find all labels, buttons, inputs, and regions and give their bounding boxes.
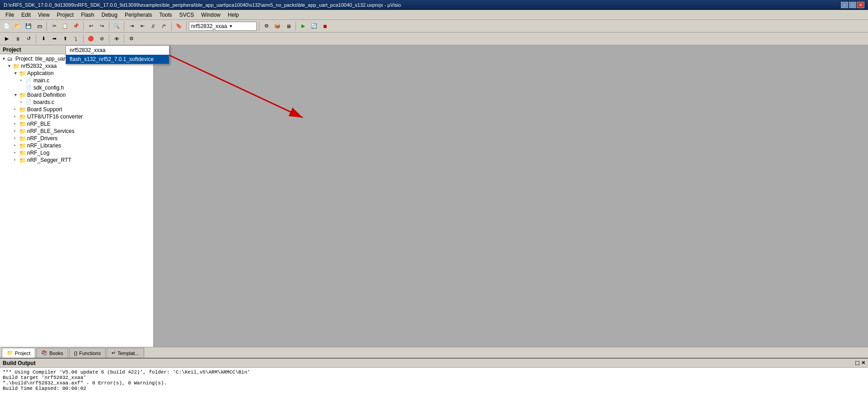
tb-save[interactable]: 💾 (23, 21, 33, 31)
tb-sep6 (186, 22, 187, 31)
tree-main-c[interactable]: + 📄 main.c (0, 77, 153, 84)
tree-nrf-drivers[interactable]: + 📁 nRF_Drivers (0, 135, 153, 142)
menu-window[interactable]: Window (197, 11, 224, 19)
menu-view[interactable]: View (34, 11, 53, 19)
maximize-button[interactable]: □ (849, 2, 856, 8)
tab-templates[interactable]: ↵ Templat... (107, 348, 144, 358)
tb-manage-packs[interactable]: 📦 (272, 21, 282, 31)
tb-sep4 (124, 22, 124, 31)
expand-arrow-segger: + (14, 158, 19, 162)
dropdown-option-2[interactable]: flash_s132_nrf52_7.0.1_softdevice (66, 55, 169, 64)
build-line-2: Build target 'nrf52832_xxaa' (3, 375, 865, 380)
menu-svcs[interactable]: SVCS (176, 11, 198, 19)
tb-indent[interactable]: ⇥ (127, 21, 136, 31)
tb-uncomment[interactable]: /* (159, 21, 169, 31)
tb2-settings[interactable]: ⚙ (127, 34, 136, 44)
utf-converter-label: UTF8/UTF16 converter (27, 114, 83, 120)
expand-arrow-drivers: + (14, 136, 19, 141)
tb-unindent[interactable]: ⇤ (137, 21, 147, 31)
tb2-step-over[interactable]: ➡ (49, 34, 59, 44)
dropdown-option-1[interactable]: nrf52832_xxaa (66, 46, 169, 55)
tb-open[interactable]: 📂 (13, 21, 23, 31)
target-dropdown[interactable]: nrf52832_xxaa ▼ (189, 22, 257, 31)
tab-books[interactable]: 📚 Books (36, 348, 68, 358)
tb2-run[interactable]: ▶ (2, 34, 12, 44)
target-icon: 📁 (13, 63, 20, 69)
tree-board-definition[interactable]: ▼ 📁 Board Definition (0, 91, 153, 99)
tab-project[interactable]: 📁 Project (2, 348, 35, 358)
tb2-watch[interactable]: 👁 (112, 34, 122, 44)
tb-undo[interactable]: ↩ (86, 21, 96, 31)
tb2-sep1 (36, 34, 36, 43)
functions-tab-icon: {} (74, 350, 77, 356)
work-area: Project ▼ 🗂 Project: ble_app_uart_pca100… (0, 45, 868, 347)
tb2-breakpoint[interactable]: 🔴 (86, 34, 96, 44)
tb-paste[interactable]: 📌 (71, 21, 81, 31)
toolbar1: 📄 📂 💾 🗃 ✂ 📋 📌 ↩ ↪ 🔍 ⇥ ⇤ // /* 🔖 nrf52832… (0, 20, 868, 33)
tb-stop[interactable]: ⏹ (320, 21, 330, 31)
menu-debug[interactable]: Debug (98, 11, 121, 19)
expand-arrow-nrfble: + (14, 122, 19, 126)
expand-arrow-libs: + (14, 143, 19, 148)
tb2-clear-bp[interactable]: ⊘ (97, 34, 107, 44)
nrf-libraries-label: nRF_Libraries (27, 142, 61, 149)
board-support-label: Board Support (27, 106, 62, 113)
build-line-3: ".\build\nrf52832_xxaa.axf" - 0 Error(s)… (3, 380, 865, 386)
tb-find[interactable]: 🔍 (112, 21, 122, 31)
tb-cut[interactable]: ✂ (49, 21, 59, 31)
board-definition-label: Board Definition (27, 92, 66, 98)
bottom-tabs: 📁 Project 📚 Books {} Functions ↵ Templat… (0, 347, 868, 358)
project-tree: ▼ 🗂 Project: ble_app_uart_pca10040_s13..… (0, 54, 153, 347)
tb-target-options[interactable]: ⚙ (262, 21, 272, 31)
tb-redo[interactable]: ↪ (97, 21, 107, 31)
tree-nrf-segger[interactable]: + 📁 nRF_Segger_RTT (0, 156, 153, 164)
folder-log-icon: 📁 (19, 150, 26, 156)
minimize-button[interactable]: – (841, 2, 848, 8)
tb2-run-to[interactable]: ⤵ (71, 34, 81, 44)
tb2-step-in[interactable]: ⬇ (38, 34, 48, 44)
expand-arrow-utf: + (14, 114, 19, 119)
menu-project[interactable]: Project (53, 11, 77, 19)
tree-boards-c[interactable]: + 📄 boards.c (0, 99, 153, 106)
close-button[interactable]: ✕ (857, 2, 864, 8)
tree-application[interactable]: ▼ 📁 Application (0, 70, 153, 77)
tb-sep2 (83, 22, 84, 31)
tree-nrf-ble[interactable]: + 📁 nRF_BLE (0, 120, 153, 128)
tree-board-support[interactable]: + 📁 Board Support (0, 106, 153, 113)
build-output-float[interactable]: ⬚ (855, 360, 859, 366)
tb-save-all[interactable]: 🗃 (34, 21, 44, 31)
tb-copy[interactable]: 📋 (60, 21, 70, 31)
tb-select-device[interactable]: 🖥 (283, 21, 293, 31)
menu-flash[interactable]: Flash (77, 11, 98, 19)
tree-nrf-libraries[interactable]: + 📁 nRF_Libraries (0, 142, 153, 149)
app: D:\nRF5_SDK_17.0.0_9d13099\nRF5_SDK_17.0… (0, 0, 868, 412)
functions-tab-label: Functions (79, 350, 101, 356)
sdk-config-label: sdk_config.h (33, 85, 64, 91)
tb-build[interactable]: ▶ (298, 21, 308, 31)
tb-bookmarks[interactable]: 🔖 (174, 21, 184, 31)
red-arrow-annotation (158, 50, 375, 140)
folder-libs-icon: 📁 (19, 142, 26, 149)
tb-comment[interactable]: // (148, 21, 158, 31)
build-output-close[interactable]: ✕ (861, 360, 865, 366)
expand-arrow-target: ▼ (7, 64, 13, 68)
tb-rebuild[interactable]: 🔄 (309, 21, 319, 31)
tree-utf-converter[interactable]: + 📁 UTF8/UTF16 converter (0, 113, 153, 120)
tab-functions[interactable]: {} Functions (69, 348, 106, 358)
tb2-reset[interactable]: ↺ (23, 34, 33, 44)
tree-nrf-log[interactable]: + 📁 nRF_Log (0, 149, 153, 156)
title-bar-controls: – □ ✕ (841, 2, 864, 8)
menu-edit[interactable]: Edit (18, 11, 34, 19)
tree-nrf-ble-services[interactable]: + 📁 nRF_BLE_Services (0, 128, 153, 135)
build-output-header: Build Output ⬚ ✕ (0, 359, 868, 368)
target-dropdown-value: nrf52832_xxaa (191, 23, 227, 29)
tree-sdk-config[interactable]: 📄 sdk_config.h (0, 84, 153, 91)
menu-peripherals[interactable]: Peripherals (121, 11, 156, 19)
tb-sep5 (171, 22, 172, 31)
menu-help[interactable]: Help (224, 11, 243, 19)
menu-file[interactable]: File (2, 11, 18, 19)
tb2-step-out[interactable]: ⬆ (60, 34, 70, 44)
tb-new[interactable]: 📄 (2, 21, 12, 31)
menu-tools[interactable]: Tools (156, 11, 176, 19)
tb2-stop2[interactable]: ⏸ (13, 34, 23, 44)
